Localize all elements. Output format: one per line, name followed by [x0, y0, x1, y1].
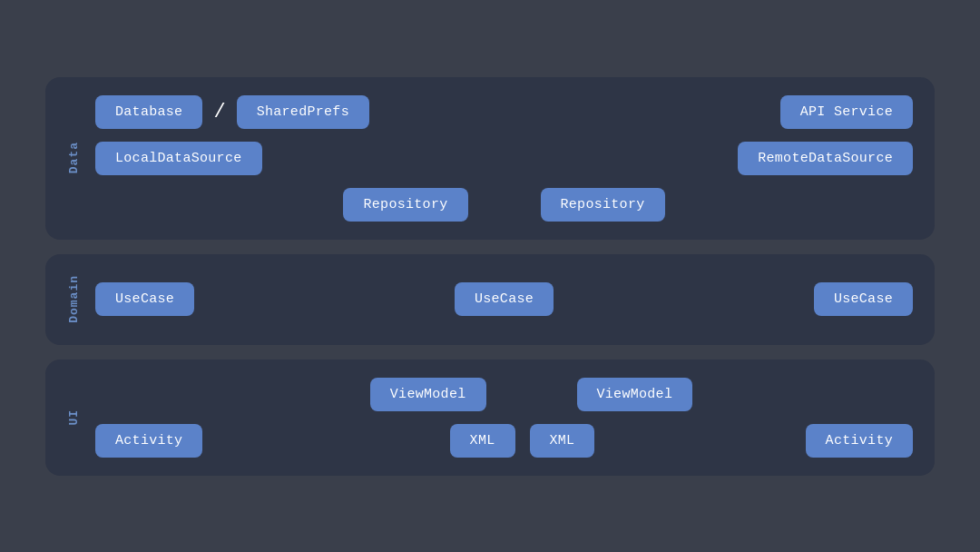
- chip-remote-datasource: RemoteDataSource: [738, 142, 913, 175]
- data-layer: Data Database / SharedPrefs API Service …: [45, 77, 935, 240]
- ui-layer: UI ViewModel ViewModel Activity XML XML …: [45, 360, 935, 476]
- ui-layer-label: UI: [67, 409, 81, 426]
- chip-xml-2: XML: [530, 424, 595, 458]
- chip-database: Database: [95, 95, 202, 129]
- chip-usecase-2: UseCase: [455, 282, 554, 316]
- chip-local-datasource: LocalDataSource: [95, 142, 262, 175]
- domain-layer-label: Domain: [67, 275, 81, 323]
- chip-api-service: API Service: [780, 95, 913, 129]
- ui-row-2: Activity XML XML Activity: [95, 424, 913, 458]
- data-layer-content: Database / SharedPrefs API Service Local…: [95, 95, 913, 222]
- ui-xml-group: XML XML: [450, 424, 595, 458]
- chip-viewmodel-2: ViewModel: [577, 378, 693, 411]
- divider: /: [213, 101, 225, 123]
- ui-row-1: ViewModel ViewModel: [150, 378, 913, 411]
- domain-layer-content: UseCase UseCase UseCase: [95, 273, 913, 325]
- data-row-2: LocalDataSource RemoteDataSource: [95, 142, 913, 175]
- chip-sharedprefs: SharedPrefs: [237, 95, 369, 129]
- ui-layer-content: ViewModel ViewModel Activity XML XML Act…: [95, 378, 913, 458]
- chip-activity-2: Activity: [806, 424, 913, 458]
- chip-activity-1: Activity: [95, 424, 202, 458]
- data-row1-right: API Service: [780, 95, 913, 129]
- chip-usecase-1: UseCase: [95, 282, 194, 316]
- chip-xml-1: XML: [450, 424, 515, 458]
- chip-viewmodel-1: ViewModel: [370, 378, 486, 411]
- domain-chips-row: UseCase UseCase UseCase: [95, 273, 913, 325]
- chip-repository-2: Repository: [541, 188, 665, 222]
- data-layer-label: Data: [67, 142, 81, 173]
- diagram-container: Data Database / SharedPrefs API Service …: [45, 77, 935, 476]
- domain-layer: Domain UseCase UseCase UseCase: [45, 254, 935, 345]
- data-row1-left: Database / SharedPrefs: [95, 95, 369, 129]
- data-row-1: Database / SharedPrefs API Service: [95, 95, 913, 129]
- chip-repository-1: Repository: [343, 188, 467, 222]
- chip-usecase-3: UseCase: [814, 282, 913, 316]
- data-row-3: Repository Repository: [95, 188, 913, 222]
